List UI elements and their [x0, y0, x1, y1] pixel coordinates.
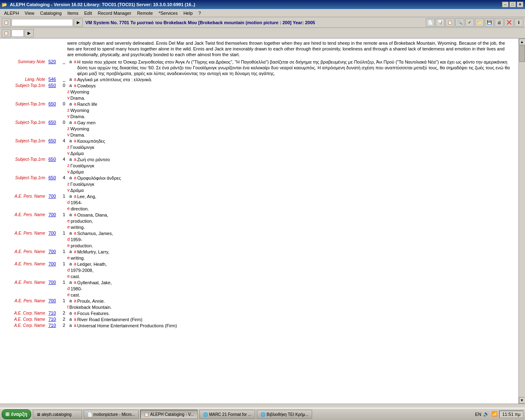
- field-ind1: 4: [61, 175, 67, 180]
- menu-record-manager[interactable]: Record Manager: [95, 10, 134, 16]
- menu-remote[interactable]: Remote: [135, 10, 155, 16]
- toolbar-icon-5[interactable]: ✓: [465, 18, 474, 27]
- subfield-code: a: [74, 298, 76, 303]
- marc-row: A.E. Pers. Name7001 aaLedger, Heath,: [3, 261, 515, 267]
- marc-row: A.E. Pers. Name7001 aaSchamus, James,: [3, 231, 515, 236]
- subfield-code: a: [74, 59, 76, 64]
- toolbar-icon-8[interactable]: 🖨: [495, 18, 504, 27]
- taskbar-btn-0[interactable]: 🖥aleph.cataloging: [33, 410, 82, 419]
- taskbar-btn-label-1: motionpicture - Micro...: [94, 412, 135, 417]
- marc-row: A.E. Pers. Name7001 aaLee, Ang,: [3, 194, 515, 199]
- subfield-data: Gyllenhaal, Jake,: [77, 280, 515, 285]
- field-tag[interactable]: 710: [48, 310, 61, 315]
- marc-row: Lang. Note546 _aaΑγγλικά με υπότιτλους σ…: [3, 77, 515, 82]
- field-tag[interactable]: 700: [48, 298, 61, 303]
- subfield-data: writing.: [71, 255, 515, 261]
- subfield-code: d: [67, 237, 70, 242]
- subfield-code: a: [74, 310, 76, 315]
- field-tag[interactable]: 710: [48, 317, 61, 322]
- taskbar-btn-icon-1: 📄: [87, 412, 92, 417]
- field-tag[interactable]: 650: [48, 83, 61, 88]
- toolbar-icon-4[interactable]: 🔍: [455, 18, 464, 27]
- search-input-2[interactable]: [11, 30, 24, 37]
- taskbar-btn-1[interactable]: 📄motionpicture - Micro...: [84, 410, 139, 419]
- search-input-1[interactable]: [11, 19, 73, 26]
- menu-aleph[interactable]: ALEPH: [2, 10, 21, 16]
- subfield-code: v: [67, 132, 70, 137]
- subfield-data: McMurtry, Larry,: [77, 249, 515, 255]
- field-tag[interactable]: 710: [48, 323, 61, 328]
- field-ind2: a: [67, 120, 74, 125]
- subfield-data: direction.: [71, 206, 515, 212]
- toolbar-icon-10[interactable]: ℹ: [514, 18, 523, 27]
- subfield-code: t: [67, 304, 68, 309]
- toolbar-icon-3[interactable]: 📋: [445, 18, 454, 27]
- field-label: A.E. Corp. Name: [3, 323, 48, 328]
- toolbar2-btn-1[interactable]: 📋: [2, 29, 11, 37]
- subfield-data: Γουαϊόμινγκ: [71, 181, 516, 187]
- field-tag[interactable]: 650: [48, 101, 61, 106]
- subfield-code: z: [67, 144, 70, 149]
- record-content[interactable]: were crisply drawn and severely delineat…: [0, 39, 518, 404]
- field-tag[interactable]: 650: [48, 138, 61, 143]
- menu-view[interactable]: View: [22, 10, 37, 16]
- toolbar-icon-1[interactable]: 📄: [426, 18, 435, 27]
- menu-question[interactable]: ?: [196, 10, 203, 16]
- taskbar-btn-label-3: MARC 21 Format for ...: [209, 412, 251, 417]
- field-ind2: a: [67, 138, 74, 143]
- marc-row: A.E. Pers. Name7001 aaOssana, Diana,: [3, 212, 515, 218]
- field-tag[interactable]: 700: [48, 249, 61, 254]
- subfield-code: v: [67, 95, 70, 100]
- field-tag[interactable]: 520: [48, 59, 61, 64]
- subfield-data: Δράμα: [71, 187, 516, 193]
- taskbar-btn-icon-3: 🌐: [203, 412, 208, 417]
- subfield-code: a: [74, 323, 76, 328]
- field-tag[interactable]: 700: [48, 261, 61, 266]
- field-tag[interactable]: 700: [48, 194, 61, 199]
- maximize-button[interactable]: □: [509, 2, 516, 7]
- toolbar2-nav-btn[interactable]: ▶: [25, 29, 34, 37]
- toolbar-icon-2[interactable]: 📊: [436, 18, 445, 27]
- field-tag[interactable]: 700: [48, 212, 61, 217]
- taskbar-btn-4[interactable]: 🌐Βιβλιοθήκη ΤΕΙ Κρήμ...: [257, 410, 312, 419]
- scroll-down[interactable]: ▼: [519, 397, 525, 404]
- subfield-data: cast.: [71, 274, 515, 279]
- toolbar-btn-1[interactable]: 📋: [2, 18, 11, 27]
- marc-row: Summary Note520 _aaΗ ταινία που χάρισε τ…: [3, 59, 515, 76]
- start-button[interactable]: ⊞ έναρξη: [2, 409, 31, 419]
- menu-cataloging[interactable]: Cataloging: [38, 10, 64, 16]
- taskbar-btn-icon-0: 🖥: [37, 412, 41, 417]
- menu-services[interactable]: *Services: [156, 10, 180, 16]
- subfield-data: Schamus, James,: [77, 231, 515, 236]
- toolbar2: 📋 ▶: [0, 28, 525, 39]
- field-tag[interactable]: 650: [48, 120, 61, 125]
- field-tag[interactable]: 546: [48, 77, 61, 82]
- app-icon: 📂: [2, 2, 7, 7]
- subfield-code: v: [67, 151, 70, 155]
- subfield-code: a: [74, 157, 76, 162]
- subfield-row: zΓουαϊόμινγκ: [3, 181, 515, 187]
- field-tag[interactable]: 650: [48, 157, 61, 162]
- menu-edit[interactable]: Edit: [82, 10, 94, 16]
- subfield-data: Δράμα: [71, 151, 516, 156]
- close-button[interactable]: ✕: [517, 2, 523, 7]
- toolbar-nav-btn[interactable]: ▶: [74, 18, 83, 27]
- taskbar-btn-2[interactable]: 📋ALEPH Cataloging - V...: [140, 410, 197, 419]
- marc-row: A.E. Pers. Name7001 aaMcMurtry, Larry,: [3, 249, 515, 255]
- minimize-button[interactable]: ─: [502, 2, 509, 7]
- taskbar-btn-3[interactable]: 🌐MARC 21 Format for ...: [199, 410, 255, 419]
- menu-items[interactable]: Items: [65, 10, 81, 16]
- field-ind2: a: [67, 249, 74, 254]
- toolbar-icon-7[interactable]: 💾: [485, 18, 494, 27]
- field-tag[interactable]: 700: [48, 231, 61, 235]
- toolbar-icon-9[interactable]: ❌: [504, 18, 514, 27]
- toolbar-icon-6[interactable]: 📁: [475, 18, 484, 27]
- field-tag[interactable]: 700: [48, 280, 61, 285]
- subfield-row: zWyoming: [3, 107, 515, 113]
- scroll-thumb[interactable]: [519, 46, 525, 62]
- subfield-row: vDrama.: [3, 114, 515, 119]
- field-tag[interactable]: 650: [48, 175, 61, 180]
- scrollbar[interactable]: ▲ ▼: [518, 39, 525, 404]
- scroll-up[interactable]: ▲: [519, 39, 525, 45]
- menu-help[interactable]: Help: [181, 10, 195, 16]
